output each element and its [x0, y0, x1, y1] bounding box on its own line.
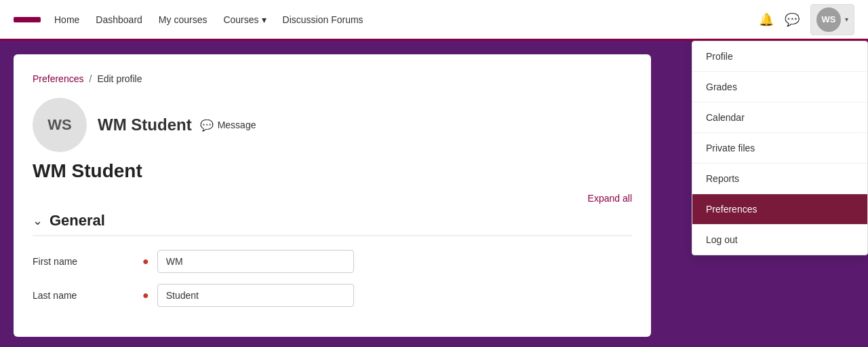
last-name-label: Last name: [33, 290, 134, 301]
profile-name: WM Student: [98, 115, 192, 134]
nav-my-courses[interactable]: My courses: [159, 14, 208, 25]
message-link[interactable]: 💬 Message: [200, 119, 256, 132]
dropdown-item-calendar[interactable]: Calendar: [692, 103, 867, 133]
user-dropdown-menu: Profile Grades Calendar Private files Re…: [692, 41, 868, 255]
courses-chevron-icon: ▾: [262, 14, 267, 25]
navbar: Home Dashboard My courses Courses ▾ Disc…: [0, 0, 868, 41]
expand-row: Expand all: [33, 193, 632, 204]
section-toggle-icon[interactable]: ⌄: [33, 213, 43, 228]
profile-name-area: WM Student 💬 Message: [98, 115, 256, 134]
dropdown-item-reports[interactable]: Reports: [692, 164, 867, 194]
nav-discussion-forums[interactable]: Discussion Forums: [283, 14, 363, 25]
first-name-row: First name ●: [33, 250, 632, 273]
notification-icon[interactable]: 🔔: [759, 12, 774, 27]
dropdown-item-logout[interactable]: Log out: [692, 225, 867, 255]
nav-right: 🔔 💬 WS ▾: [759, 4, 854, 35]
last-name-row: Last name ●: [33, 284, 632, 307]
dropdown-item-preferences[interactable]: Preferences: [692, 194, 867, 225]
user-menu-button[interactable]: WS ▾: [810, 4, 854, 35]
first-name-label: First name: [33, 256, 134, 267]
dropdown-item-private-files[interactable]: Private files: [692, 133, 867, 164]
profile-card: Preferences / Edit profile WS WM Student…: [14, 54, 651, 337]
breadcrumb-preferences-link[interactable]: Preferences: [33, 73, 83, 84]
nav-dashboard[interactable]: Dashboard: [96, 14, 142, 25]
student-heading: WM Student: [33, 160, 632, 182]
nav-links: Home Dashboard My courses Courses ▾ Disc…: [54, 14, 759, 25]
dropdown-item-profile[interactable]: Profile: [692, 41, 867, 72]
section-general-header: ⌄ General: [33, 212, 632, 236]
breadcrumb-current: Edit profile: [97, 73, 142, 84]
nav-courses[interactable]: Courses ▾: [223, 14, 266, 25]
nav-home[interactable]: Home: [54, 14, 79, 25]
last-name-input[interactable]: [157, 284, 354, 307]
avatar: WS: [816, 7, 841, 32]
message-bubble-icon: 💬: [200, 119, 214, 132]
expand-all-link[interactable]: Expand all: [588, 193, 632, 204]
first-name-required-icon: ●: [142, 255, 149, 268]
avatar-large: WS: [33, 98, 87, 152]
breadcrumb-separator: /: [89, 73, 92, 84]
profile-header: WS WM Student 💬 Message: [33, 98, 632, 152]
section-general-title: General: [50, 212, 105, 230]
dropdown-item-grades[interactable]: Grades: [692, 72, 867, 103]
user-menu-chevron-icon: ▾: [845, 16, 848, 23]
brand-logo: [14, 17, 41, 22]
breadcrumb: Preferences / Edit profile: [33, 73, 632, 84]
last-name-required-icon: ●: [142, 289, 149, 302]
first-name-input[interactable]: [157, 250, 354, 273]
messages-icon[interactable]: 💬: [785, 12, 800, 27]
